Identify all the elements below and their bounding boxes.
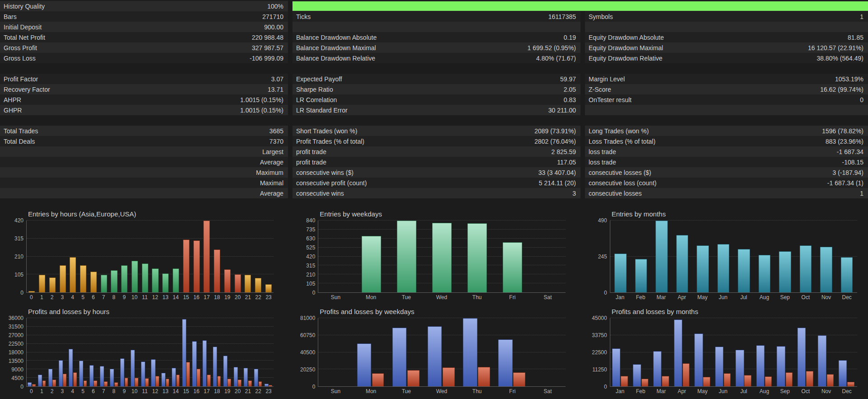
- profit-bar: [192, 341, 196, 386]
- x-axis-label: Apr: [671, 294, 692, 300]
- chart-title: Entries by weekdays: [320, 210, 565, 218]
- gridline: [318, 318, 565, 318]
- entry-bar: [265, 284, 272, 292]
- stat-label: Margin Level: [589, 75, 625, 83]
- x-axis-label: 17: [202, 388, 212, 394]
- stat-cell: Equity Drawdown Relative38.80% (564.49): [585, 53, 868, 63]
- x-axis: JanFebMarAprMayJunJulAugSepOctNovDec: [610, 293, 857, 300]
- chart-plot-area: [610, 318, 857, 387]
- column-gap: [288, 1, 292, 11]
- column-gap: [288, 126, 292, 136]
- stat-value: -106 999.09: [250, 55, 283, 62]
- x-axis-label: 22: [253, 294, 264, 300]
- loss-bar: [827, 374, 834, 387]
- stat-label: Total Trades: [4, 127, 38, 135]
- x-axis: JanFebMarAprMayJunJulAugSepOctNovDec: [610, 387, 857, 394]
- stat-value: 3685: [269, 127, 283, 135]
- stat-value: 1: [860, 190, 863, 197]
- stat-cell: Loss Trades (% of total)883 (23.96%): [585, 136, 868, 146]
- x-axis-label: Sat: [530, 294, 565, 300]
- table-row: [0, 63, 868, 74]
- stat-cell: Ticks16117385: [292, 11, 580, 22]
- stat-value: Average: [260, 159, 283, 166]
- profit-bar: [392, 328, 406, 386]
- x-axis-label: 9: [119, 388, 129, 394]
- column-gap: [288, 157, 292, 167]
- profit-bar: [653, 351, 661, 386]
- stat-label: Profit Trades (% of total): [296, 138, 364, 145]
- strategy-tester-report-page: { "palette": { "ui": { "bg": "#1c1c1c", …: [0, 0, 868, 399]
- loss-bar: [125, 378, 128, 386]
- y-axis-tick-label: 735: [306, 227, 315, 232]
- x-axis-label: Mar: [651, 294, 672, 300]
- stat-label: profit trade: [296, 159, 326, 166]
- stat-label: Loss Trades (% of total): [589, 138, 656, 145]
- x-axis-label: 5: [78, 388, 88, 394]
- x-axis-label: 3: [57, 294, 67, 300]
- gridline: [318, 352, 565, 352]
- x-axis-label: Tue: [389, 388, 424, 394]
- x-axis-label: 10: [129, 388, 140, 394]
- stat-cell: Balance Drawdown Absolute0.19: [292, 32, 580, 42]
- loss-bar: [104, 381, 108, 386]
- profit-bar: [839, 360, 847, 386]
- y-axis-tick-label: 630: [306, 236, 315, 241]
- column-gap: [580, 84, 585, 94]
- column-gap: [580, 94, 585, 105]
- entry-bar: [70, 257, 76, 292]
- loss-bar: [238, 380, 241, 386]
- x-axis-label: 1: [37, 388, 47, 394]
- stat-value: 1: [860, 13, 863, 20]
- profit-bar: [694, 333, 703, 386]
- stat-value: 3.07: [271, 75, 283, 83]
- entry-bar: [214, 249, 220, 292]
- stat-cell: Long Trades (won %)1596 (78.82%): [585, 126, 868, 136]
- entry-bar: [111, 270, 117, 292]
- profit-bar: [428, 326, 442, 386]
- x-axis-label: 18: [212, 388, 222, 394]
- stat-value: 1596 (78.82%): [822, 127, 863, 135]
- x-axis-label: 7: [99, 294, 109, 300]
- stat-value: 327 987.57: [252, 44, 283, 52]
- x-axis-label: 21: [243, 388, 253, 394]
- stat-value: 1053.19%: [835, 75, 863, 83]
- profit-bar: [777, 346, 785, 386]
- stat-cell: consecutive wins3: [292, 188, 580, 198]
- gridline: [27, 256, 274, 257]
- stat-value: Largest: [262, 148, 283, 155]
- table-row: AHPR1.0015 (0.15%)LR Correlation0.83OnTe…: [0, 94, 868, 105]
- loss-bar: [186, 362, 190, 386]
- loss-bar: [227, 379, 231, 386]
- stat-value: 117.05: [557, 159, 576, 166]
- chart-title: Entries by hours (Asia,Europe,USA): [28, 210, 274, 218]
- chart-plot-area: [26, 221, 274, 293]
- y-axis-tick-label: 36000: [9, 315, 24, 321]
- x-axis-label: Oct: [795, 388, 816, 394]
- x-axis-label: 14: [170, 294, 181, 300]
- entry-bar: [503, 242, 522, 292]
- x-axis-label: Aug: [754, 294, 775, 300]
- stat-label: AHPR: [4, 96, 21, 103]
- stat-value: 16.62 (99.74%): [820, 86, 863, 93]
- column-gap: [288, 105, 292, 115]
- loss-bar: [63, 374, 66, 386]
- table-row: Total Net Profit220 988.48Balance Drawdo…: [0, 32, 868, 42]
- x-axis-label: 8: [109, 388, 119, 394]
- stat-value: 883 (23.96%): [826, 138, 863, 145]
- y-axis-tick-label: 18000: [9, 350, 24, 355]
- entry-bar: [235, 274, 241, 292]
- stat-label: Short Trades (won %): [296, 127, 357, 135]
- x-axis-label: May: [692, 388, 713, 394]
- entry-bar: [397, 221, 416, 292]
- x-axis-label: 15: [181, 388, 191, 394]
- y-axis: 0105210315420525630735840: [294, 221, 318, 293]
- stat-value: 33 (3 407.04): [538, 169, 576, 176]
- profit-bar: [182, 319, 186, 386]
- y-axis: 011250225003375045000: [586, 318, 610, 387]
- profit-bar: [161, 373, 165, 386]
- table-row: Initial Deposit900.00: [0, 22, 868, 32]
- stat-label: consecutive loss (count): [589, 179, 656, 187]
- x-axis-label: 18: [212, 294, 222, 300]
- loss-bar: [443, 367, 455, 386]
- stat-cell: Maximum: [0, 167, 288, 178]
